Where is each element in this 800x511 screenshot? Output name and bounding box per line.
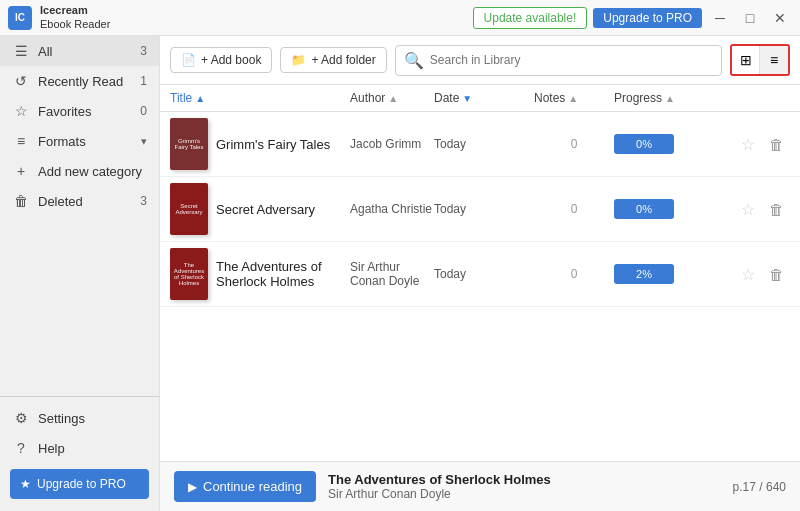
title-bar-controls: Update available! Upgrade to PRO ─ □ ✕ <box>473 7 792 29</box>
page-info: p.17 / 640 <box>733 480 786 494</box>
delete-button-1[interactable]: 🗑 <box>762 136 790 153</box>
author-2: Agatha Christie <box>350 202 434 216</box>
star-button-2[interactable]: ☆ <box>734 200 762 219</box>
col-star-header <box>734 91 762 105</box>
upgrade-sidebar-label: Upgrade to PRO <box>37 477 126 491</box>
progress-bar-1: 0% <box>614 134 674 154</box>
sidebar: ☰ All 3 ↺ Recently Read 1 ☆ Favorites 0 … <box>0 36 160 511</box>
main-container: ☰ All 3 ↺ Recently Read 1 ☆ Favorites 0 … <box>0 36 800 511</box>
sidebar-label-favorites: Favorites <box>38 104 132 119</box>
favorites-icon: ☆ <box>12 103 30 119</box>
close-button[interactable]: ✕ <box>768 8 792 28</box>
app-branding: IC Icecream Ebook Reader <box>8 4 110 30</box>
author-1: Jacob Grimm <box>350 137 434 151</box>
sidebar-item-settings[interactable]: ⚙ Settings <box>0 403 159 433</box>
search-icon: 🔍 <box>404 51 424 70</box>
title-cell-1: Grimm's Fairy Tales Grimm's Fairy Tales <box>170 118 350 170</box>
title-cell-2: Secret Adversary Secret Adversary <box>170 183 350 235</box>
bottom-book-title: The Adventures of Sherlock Holmes <box>328 472 721 487</box>
add-book-button[interactable]: 📄 + Add book <box>170 47 272 73</box>
progress-bar-3: 2% <box>614 264 674 284</box>
minimize-button[interactable]: ─ <box>708 8 732 28</box>
recently-read-icon: ↺ <box>12 73 30 89</box>
star-button-3[interactable]: ☆ <box>734 265 762 284</box>
list-view-button[interactable]: ≡ <box>760 46 788 74</box>
author-3: Sir Arthur Conan Doyle <box>350 260 434 288</box>
upgrade-pro-button[interactable]: Upgrade to PRO <box>593 8 702 28</box>
add-folder-button[interactable]: 📁 + Add folder <box>280 47 386 73</box>
toolbar: 📄 + Add book 📁 + Add folder 🔍 ⊞ ≡ <box>160 36 800 85</box>
sidebar-item-deleted[interactable]: 🗑 Deleted 3 <box>0 186 159 216</box>
sidebar-count-deleted: 3 <box>140 194 147 208</box>
content-area: 📄 + Add book 📁 + Add folder 🔍 ⊞ ≡ Title … <box>160 36 800 511</box>
book-title-2: Secret Adversary <box>216 202 315 217</box>
delete-button-2[interactable]: 🗑 <box>762 201 790 218</box>
col-author: Author ▲ <box>350 91 434 105</box>
star-icon: ★ <box>20 477 31 491</box>
sidebar-item-favorites[interactable]: ☆ Favorites 0 <box>0 96 159 126</box>
book-table: Title ▲ Author ▲ Date ▼ Notes ▲ Progress… <box>160 85 800 461</box>
table-row[interactable]: Secret Adversary Secret Adversary Agatha… <box>160 177 800 242</box>
table-row[interactable]: The Adventures of Sherlock Holmes The Ad… <box>160 242 800 307</box>
progress-text-2: 0% <box>636 203 652 215</box>
progress-text-3: 2% <box>636 268 652 280</box>
add-folder-icon: 📁 <box>291 53 306 67</box>
chevron-down-icon: ▾ <box>141 135 147 148</box>
sidebar-item-all[interactable]: ☰ All 3 <box>0 36 159 66</box>
delete-button-3[interactable]: 🗑 <box>762 266 790 283</box>
continue-reading-button[interactable]: ▶ Continue reading <box>174 471 316 502</box>
grid-view-button[interactable]: ⊞ <box>732 46 760 74</box>
book-cover-2: Secret Adversary <box>170 183 208 235</box>
continue-reading-label: Continue reading <box>203 479 302 494</box>
progress-cell-2: 0% <box>614 199 734 219</box>
col-progress: Progress ▲ <box>614 91 734 105</box>
sidebar-label-settings: Settings <box>38 411 147 426</box>
upgrade-sidebar-button[interactable]: ★ Upgrade to PRO <box>10 469 149 499</box>
date-3: Today <box>434 267 534 281</box>
help-icon: ? <box>12 440 30 456</box>
app-name-bottom: Ebook Reader <box>40 18 110 31</box>
settings-icon: ⚙ <box>12 410 30 426</box>
play-icon: ▶ <box>188 480 197 494</box>
sidebar-count-favorites: 0 <box>140 104 147 118</box>
table-row[interactable]: Grimm's Fairy Tales Grimm's Fairy Tales … <box>160 112 800 177</box>
col-notes: Notes ▲ <box>534 91 614 105</box>
notes-2: 0 <box>534 202 614 216</box>
progress-cell-1: 0% <box>614 134 734 154</box>
sidebar-item-add-category[interactable]: + Add new category <box>0 156 159 186</box>
col-title: Title ▲ <box>170 91 350 105</box>
sidebar-item-formats[interactable]: ≡ Formats ▾ <box>0 126 159 156</box>
app-icon: IC <box>8 6 32 30</box>
sort-arrow-notes: ▲ <box>568 93 578 104</box>
sort-arrow-progress: ▲ <box>665 93 675 104</box>
notes-1: 0 <box>534 137 614 151</box>
title-cell-3: The Adventures of Sherlock Holmes The Ad… <box>170 248 350 300</box>
update-button[interactable]: Update available! <box>473 7 588 29</box>
sidebar-label-formats: Formats <box>38 134 133 149</box>
search-input[interactable] <box>430 53 713 67</box>
add-folder-label: + Add folder <box>311 53 375 67</box>
sidebar-count-all: 3 <box>140 44 147 58</box>
book-title-3: The Adventures of Sherlock Holmes <box>216 259 350 289</box>
maximize-button[interactable]: □ <box>738 8 762 28</box>
sidebar-nav: ☰ All 3 ↺ Recently Read 1 ☆ Favorites 0 … <box>0 36 159 396</box>
sidebar-item-help[interactable]: ? Help <box>0 433 159 463</box>
add-book-icon: 📄 <box>181 53 196 67</box>
star-button-1[interactable]: ☆ <box>734 135 762 154</box>
col-date: Date ▼ <box>434 91 534 105</box>
sidebar-label-add-category: Add new category <box>38 164 147 179</box>
sidebar-item-recently-read[interactable]: ↺ Recently Read 1 <box>0 66 159 96</box>
sort-arrow-author: ▲ <box>388 93 398 104</box>
trash-icon: 🗑 <box>12 193 30 209</box>
progress-cell-3: 2% <box>614 264 734 284</box>
bottom-book-info: The Adventures of Sherlock Holmes Sir Ar… <box>328 472 721 501</box>
sort-arrow-date: ▼ <box>462 93 472 104</box>
sidebar-bottom: ⚙ Settings ? Help ★ Upgrade to PRO <box>0 396 159 511</box>
app-name: Icecream Ebook Reader <box>40 4 110 30</box>
table-header: Title ▲ Author ▲ Date ▼ Notes ▲ Progress… <box>160 85 800 112</box>
notes-3: 0 <box>534 267 614 281</box>
all-icon: ☰ <box>12 43 30 59</box>
title-bar: IC Icecream Ebook Reader Update availabl… <box>0 0 800 36</box>
add-book-label: + Add book <box>201 53 261 67</box>
sidebar-count-recently-read: 1 <box>140 74 147 88</box>
